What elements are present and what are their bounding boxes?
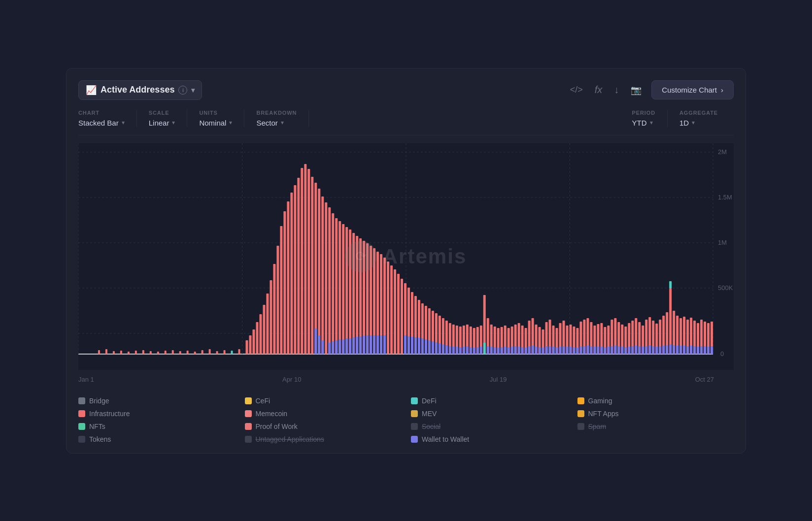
legend-swatch — [245, 423, 252, 430]
legend-item[interactable]: Memecoin — [245, 410, 402, 418]
svg-rect-247 — [648, 345, 651, 354]
embed-button[interactable]: </> — [568, 83, 585, 97]
legend-item[interactable]: Proof of Work — [245, 423, 402, 430]
svg-rect-41 — [256, 322, 258, 354]
svg-rect-179 — [532, 346, 534, 354]
breakdown-select[interactable]: Sector ▾ — [256, 119, 297, 127]
svg-rect-46 — [273, 264, 275, 354]
legend-item[interactable]: Spam — [577, 423, 734, 430]
legend-item[interactable]: Untagged Applications — [245, 435, 402, 443]
svg-rect-209 — [583, 346, 585, 354]
units-select[interactable]: Nominal ▾ — [199, 119, 232, 127]
svg-rect-189 — [549, 346, 551, 354]
x-label-jan: Jan 1 — [78, 376, 94, 383]
svg-rect-24 — [142, 350, 144, 354]
legend-item[interactable]: CeFi — [245, 397, 402, 405]
svg-rect-69 — [342, 224, 344, 354]
legend-item[interactable]: NFTs — [78, 423, 235, 430]
svg-rect-136 — [407, 336, 410, 354]
svg-rect-223 — [607, 347, 609, 354]
svg-rect-58 — [314, 183, 317, 354]
title-chevron-icon: ▾ — [191, 86, 195, 94]
chart-chevron-icon: ▾ — [122, 119, 125, 126]
legend-item[interactable]: DeFi — [411, 397, 568, 405]
svg-rect-245 — [645, 346, 647, 354]
svg-rect-259 — [669, 281, 672, 289]
svg-rect-276 — [697, 347, 699, 354]
customize-chart-button[interactable]: Customize Chart › — [651, 80, 734, 99]
legend-item[interactable]: MEV — [411, 410, 568, 418]
svg-rect-149 — [452, 347, 455, 354]
svg-rect-28 — [172, 350, 174, 354]
scale-select[interactable]: Linear ▾ — [149, 119, 175, 127]
svg-rect-207 — [579, 346, 582, 354]
svg-rect-199 — [566, 347, 569, 354]
svg-rect-45 — [270, 280, 272, 354]
svg-rect-173 — [521, 347, 524, 354]
legend-label: Gaming — [588, 397, 612, 405]
svg-rect-280 — [704, 346, 706, 354]
svg-rect-156 — [476, 347, 479, 354]
svg-rect-203 — [573, 347, 575, 354]
legend-item[interactable]: Infrastructure — [78, 410, 235, 418]
svg-rect-231 — [621, 347, 623, 354]
svg-rect-165 — [508, 347, 510, 354]
legend-swatch — [577, 397, 584, 404]
svg-rect-43 — [263, 305, 265, 354]
svg-rect-33 — [209, 349, 211, 354]
period-label: PERIOD — [632, 110, 655, 116]
svg-rect-96 — [380, 335, 382, 354]
legend-item[interactable]: Wallet to Wallet — [411, 435, 568, 443]
x-label-jul: Jul 19 — [490, 376, 507, 383]
legend-label: DeFi — [422, 397, 437, 405]
x-label-apr: Apr 10 — [282, 376, 301, 383]
svg-rect-19 — [105, 349, 107, 354]
svg-rect-20 — [113, 351, 115, 354]
svg-rect-66 — [332, 213, 334, 354]
chart-select[interactable]: Stacked Bar ▾ — [78, 119, 125, 127]
svg-rect-128 — [483, 343, 486, 354]
period-select[interactable]: YTD ▾ — [632, 119, 655, 127]
svg-rect-83 — [338, 339, 341, 354]
aggregate-select[interactable]: 1D ▾ — [679, 119, 718, 127]
legend-swatch — [78, 423, 85, 430]
breakdown-control: BREAKDOWN Sector ▾ — [248, 110, 309, 127]
units-label: UNITS — [199, 110, 232, 116]
svg-rect-26 — [157, 352, 159, 354]
svg-rect-48 — [280, 226, 282, 354]
svg-rect-56 — [307, 169, 310, 354]
breakdown-label: BREAKDOWN — [256, 110, 297, 116]
svg-rect-27 — [165, 351, 167, 354]
legend-item[interactable]: Social — [411, 423, 568, 430]
formula-button[interactable]: fx — [593, 82, 605, 98]
svg-rect-80 — [328, 343, 331, 354]
camera-button[interactable]: 📷 — [629, 83, 643, 98]
svg-rect-84 — [342, 339, 344, 354]
svg-rect-169 — [514, 346, 517, 354]
svg-rect-274 — [693, 346, 696, 354]
title-group: 📈 Active Addresses i ▾ — [78, 80, 202, 100]
svg-rect-150 — [456, 347, 458, 354]
legend-item[interactable]: Tokens — [78, 435, 235, 443]
info-icon[interactable]: i — [178, 86, 187, 95]
svg-rect-262 — [673, 345, 675, 354]
legend-item[interactable]: Bridge — [78, 397, 235, 405]
svg-rect-162 — [501, 347, 503, 354]
svg-rect-88 — [356, 337, 358, 354]
svg-rect-103 — [401, 279, 403, 354]
legend-item[interactable]: Gaming — [577, 397, 734, 405]
svg-rect-44 — [266, 293, 269, 354]
title-button[interactable]: 📈 Active Addresses i ▾ — [78, 80, 202, 100]
svg-rect-213 — [590, 346, 592, 354]
svg-rect-52 — [294, 185, 296, 354]
aggregate-control: AGGREGATE 1D ▾ — [672, 110, 730, 127]
aggregate-chevron-icon: ▾ — [692, 119, 695, 126]
svg-rect-51 — [290, 193, 293, 354]
svg-rect-217 — [597, 347, 599, 354]
scale-label: SCALE — [149, 110, 175, 116]
legend-label: Social — [422, 423, 440, 430]
svg-rect-146 — [442, 344, 444, 354]
legend-item[interactable]: NFT Apps — [577, 410, 734, 418]
legend-label: NFT Apps — [588, 410, 619, 418]
download-button[interactable]: ↓ — [612, 82, 621, 98]
